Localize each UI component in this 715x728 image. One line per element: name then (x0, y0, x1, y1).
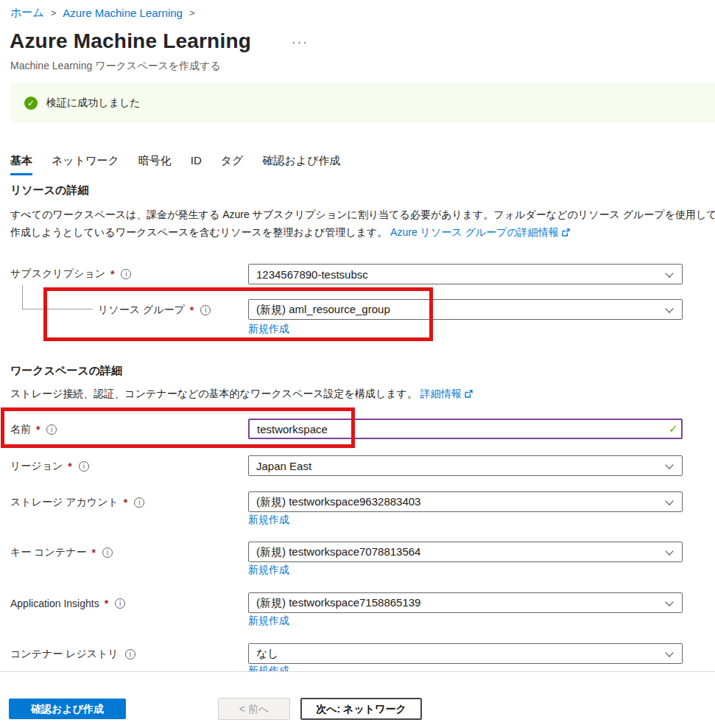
chevron-down-icon (665, 497, 673, 505)
field-hierarchy-connector (22, 285, 93, 309)
region-label: リージョン * i (10, 459, 89, 474)
resource-description-line2: 作成しようとしているワークスペースを含むリソースを整理および管理します。 (10, 226, 387, 238)
chevron-down-icon (665, 648, 673, 657)
required-marker: * (105, 598, 108, 609)
chevron-down-icon (665, 598, 673, 606)
required-marker: * (36, 424, 40, 435)
breadcrumb-separator: > (51, 7, 57, 18)
section-heading-workspace-details: ワークスペースの詳細 (10, 364, 122, 378)
breadcrumb-aml-link[interactable]: Azure Machine Learning (63, 7, 183, 19)
container-registry-value: なし (256, 647, 279, 661)
storage-account-label-text: ストレージ アカウント (10, 496, 119, 509)
info-icon[interactable]: i (102, 547, 113, 558)
previous-button[interactable]: < 前へ (218, 698, 290, 720)
region-dropdown[interactable]: Japan East (248, 455, 683, 476)
key-vault-label: キー コンテナー * i (10, 545, 113, 560)
subscription-value: 1234567890-testsubsc (256, 268, 368, 281)
resource-group-label: リソース グループ * i (98, 303, 211, 318)
region-label-text: リージョン (10, 460, 63, 473)
resource-group-dropdown[interactable]: (新規) aml_resource_group (248, 299, 683, 320)
required-marker: * (190, 304, 194, 316)
subscription-label-text: サブスクリプション (10, 267, 105, 281)
subscription-label: サブスクリプション * i (10, 267, 131, 281)
breadcrumb-home-link[interactable]: ホーム (10, 6, 44, 20)
info-icon[interactable]: i (121, 269, 131, 279)
name-label: 名前 * i (10, 422, 57, 437)
external-link-icon (562, 224, 570, 242)
create-new-app-insights-link[interactable]: 新規作成 (248, 615, 289, 628)
required-marker: * (68, 461, 71, 472)
key-vault-dropdown[interactable]: (新規) testworkspace7078813564 (248, 542, 683, 562)
create-new-storage-link[interactable]: 新規作成 (248, 514, 289, 527)
next-networking-button[interactable]: 次へ: ネットワーク (300, 698, 422, 720)
storage-account-dropdown[interactable]: (新規) testworkspace9632883403 (248, 491, 683, 512)
tab-review-create[interactable]: 確認および作成 (262, 154, 340, 175)
info-icon[interactable]: i (200, 305, 211, 315)
info-icon[interactable]: i (115, 598, 125, 609)
region-value: Japan East (256, 460, 311, 472)
external-link-icon (465, 385, 473, 403)
tab-identity[interactable]: ID (191, 154, 202, 175)
application-insights-label-text: Application Insights (10, 598, 99, 609)
required-marker: * (92, 547, 96, 559)
workspace-info-link[interactable]: 詳細情報 (420, 388, 462, 399)
wizard-footer: 確認および作成 < 前へ 次へ: ネットワーク (0, 671, 715, 728)
key-vault-label-text: キー コンテナー (10, 546, 87, 559)
required-marker: * (110, 268, 114, 280)
create-new-resource-group-link[interactable]: 新規作成 (248, 323, 289, 336)
review-and-create-button[interactable]: 確認および作成 (9, 699, 126, 719)
tab-networking[interactable]: ネットワーク (52, 154, 119, 175)
application-insights-label: Application Insights * i (10, 596, 125, 611)
storage-account-value: (新規) testworkspace9632883403 (256, 495, 420, 509)
application-insights-value: (新規) testworkspace7158865139 (256, 596, 420, 610)
application-insights-dropdown[interactable]: (新規) testworkspace7158865139 (248, 592, 683, 613)
tab-encryption[interactable]: 暗号化 (138, 154, 172, 175)
resource-group-info-link[interactable]: Azure リソース グループの詳細情報 (390, 226, 559, 238)
container-registry-dropdown[interactable]: なし (248, 643, 683, 664)
info-icon[interactable]: i (46, 424, 57, 435)
info-icon[interactable]: i (134, 497, 144, 508)
success-check-icon: ✓ (24, 97, 38, 110)
chevron-down-icon (665, 304, 673, 312)
container-registry-label-text: コンテナー レジストリ (10, 648, 119, 661)
validation-check-icon: ✓ (669, 422, 678, 435)
page-title: Azure Machine Learning (10, 29, 251, 53)
validation-success-banner: ✓ 検証に成功しました (10, 83, 715, 123)
page-subtitle: Machine Learning ワークスペースを作成する (10, 60, 221, 73)
workspace-name-input[interactable] (248, 419, 683, 439)
name-label-text: 名前 (10, 423, 31, 436)
create-new-key-vault-link[interactable]: 新規作成 (248, 564, 289, 577)
resource-group-label-text: リソース グループ (98, 304, 185, 317)
info-icon[interactable]: i (79, 461, 89, 472)
wizard-tabs: 基本 ネットワーク 暗号化 ID タグ 確認および作成 (10, 154, 341, 175)
required-marker: * (124, 497, 127, 508)
tab-tags[interactable]: タグ (221, 154, 244, 175)
section-heading-resource-details: リソースの詳細 (10, 183, 88, 197)
chevron-down-icon (665, 269, 673, 277)
storage-account-label: ストレージ アカウント * i (10, 495, 144, 510)
breadcrumb: ホーム > Azure Machine Learning > (10, 6, 195, 20)
key-vault-value: (新規) testworkspace7078813564 (256, 545, 420, 559)
workspace-details-description: ストレージ接続、認証、コンテナーなどの基本的なワークスペース設定を構成します。 … (10, 385, 473, 403)
container-registry-label: コンテナー レジストリ i (10, 647, 135, 662)
more-options-ellipsis-icon[interactable]: ··· (292, 35, 309, 50)
subscription-dropdown[interactable]: 1234567890-testsubsc (248, 264, 683, 284)
workspace-description-text: ストレージ接続、認証、コンテナーなどの基本的なワークスペース設定を構成します。 (10, 388, 418, 399)
chevron-down-icon (665, 547, 673, 555)
resource-group-value: (新規) aml_resource_group (256, 303, 390, 317)
chevron-down-icon (665, 461, 673, 469)
tab-basics[interactable]: 基本 (10, 154, 32, 175)
breadcrumb-separator: > (189, 7, 195, 18)
validation-success-text: 検証に成功しました (46, 97, 141, 110)
resource-description-line1: すべてのワークスペースは、課金が発生する Azure サブスクリプションに割り当… (10, 209, 715, 220)
resource-details-description: すべてのワークスペースは、課金が発生する Azure サブスクリプションに割り当… (10, 206, 715, 242)
info-icon[interactable]: i (125, 649, 135, 659)
